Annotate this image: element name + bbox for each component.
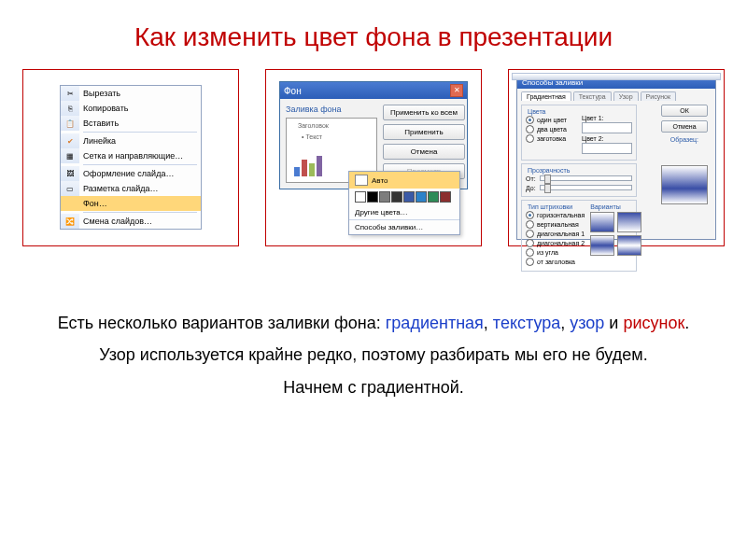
- cancel-button[interactable]: Отмена: [661, 120, 708, 133]
- menu-transition[interactable]: 🔀 Смена слайдов…: [61, 214, 201, 229]
- menu-label: Копировать: [83, 104, 128, 113]
- paragraph-1: Есть несколько вариантов заливки фона: г…: [50, 312, 697, 334]
- tab-texture[interactable]: Текстура: [573, 91, 612, 101]
- blank-icon: [61, 196, 79, 211]
- ok-button[interactable]: ОК: [661, 105, 708, 117]
- color-popup: Авто Другие цвета…: [348, 171, 460, 235]
- menu-label: Смена слайдов…: [83, 217, 152, 226]
- color-auto[interactable]: Авто: [349, 172, 459, 189]
- radio-title[interactable]: от заголовка: [526, 258, 585, 266]
- preview-chart-icon: [294, 156, 322, 176]
- radio-two-colors[interactable]: два цвета: [526, 125, 576, 133]
- thumb-context-menu: ✂ Вырезать ⎘ Копировать 📋 Вставить ✔ Лин…: [22, 69, 239, 246]
- more-colors[interactable]: Другие цвета…: [349, 205, 459, 219]
- color-swatch-row: [349, 189, 459, 205]
- menu-label: Разметка слайда…: [83, 184, 158, 193]
- tab-picture[interactable]: Рисунок: [641, 91, 676, 101]
- menu-paste[interactable]: 📋 Вставить: [61, 116, 201, 131]
- paragraph-3: Начнем с градиентной.: [50, 376, 697, 399]
- menu-grid[interactable]: ▦ Сетка и направляющие…: [61, 148, 201, 163]
- context-menu: ✂ Вырезать ⎘ Копировать 📋 Вставить ✔ Лин…: [60, 85, 202, 230]
- sample-swatch: [661, 165, 708, 204]
- color-swatch[interactable]: [416, 191, 427, 203]
- p1-texture: текстура: [493, 314, 560, 332]
- radio-corner[interactable]: из угла: [526, 248, 585, 257]
- menu-ruler[interactable]: ✔ Линейка: [61, 133, 201, 148]
- thumb-fill-dialog: Способы заливки Градиентная Текстура Узо…: [508, 69, 725, 246]
- group-label: Цвета: [526, 108, 548, 115]
- close-icon[interactable]: ✕: [450, 84, 463, 97]
- radio-one-color[interactable]: один цвет: [526, 116, 576, 124]
- menu-label: Сетка и направляющие…: [83, 151, 183, 161]
- apply-all-button[interactable]: Применить ко всем: [383, 105, 465, 120]
- radio-label: диагональная 1: [537, 231, 585, 237]
- p1-sep: ,: [484, 314, 493, 332]
- radio-label: вертикальная: [537, 221, 579, 228]
- variant-swatch[interactable]: [590, 235, 614, 256]
- color-swatch[interactable]: [355, 191, 366, 203]
- menu-design[interactable]: 🖼 Оформление слайда…: [61, 166, 201, 181]
- variant-swatch[interactable]: [617, 212, 641, 232]
- menu-background[interactable]: Фон…: [61, 196, 201, 211]
- from-slider[interactable]: [540, 175, 632, 181]
- check-icon: ✔: [61, 133, 79, 148]
- menu-label: Вырезать: [83, 89, 120, 98]
- p1-picture: рисунок: [623, 314, 684, 332]
- color1-dropdown[interactable]: [582, 122, 632, 133]
- popup-label: Авто: [372, 176, 388, 185]
- radio-label: из угла: [537, 249, 558, 256]
- preview-title-text: Заголовок: [298, 122, 329, 129]
- fill-methods-dialog: Способы заливки Градиентная Текстура Узо…: [516, 76, 716, 240]
- menu-label: Вставить: [83, 119, 119, 128]
- dialog-titlebar: Фон ✕: [280, 82, 467, 99]
- p1-lead: Есть несколько вариантов заливки фона:: [58, 314, 386, 332]
- color-swatch[interactable]: [440, 191, 451, 203]
- tab-gradient[interactable]: Градиентная: [521, 91, 571, 101]
- radio-vertical[interactable]: вертикальная: [526, 220, 585, 229]
- tab-pattern[interactable]: Узор: [613, 91, 639, 101]
- variant-swatch[interactable]: [590, 212, 614, 232]
- menu-copy[interactable]: ⎘ Копировать: [61, 101, 201, 116]
- sample-label: Образец:: [670, 136, 698, 143]
- group-label: Тип штриховки: [526, 203, 574, 210]
- variant-swatch[interactable]: [617, 235, 641, 256]
- color2-dropdown[interactable]: [582, 143, 632, 154]
- radio-diag1[interactable]: диагональная 1: [526, 230, 585, 238]
- p1-pattern: узор: [570, 314, 604, 332]
- color2-label: Цвет 2:: [582, 135, 632, 142]
- p1-gradient: градиентная: [386, 314, 484, 332]
- group-label: Прозрачность: [526, 167, 571, 174]
- fill-methods[interactable]: Способы заливки…: [349, 219, 459, 234]
- menu-cut[interactable]: ✂ Вырезать: [61, 86, 201, 101]
- separator: [83, 212, 197, 213]
- menu-label: Линейка: [83, 136, 116, 146]
- cancel-button[interactable]: Отмена: [383, 144, 465, 160]
- radio-label: заготовка: [537, 135, 566, 142]
- radio-label: один цвет: [537, 117, 567, 123]
- color-swatch[interactable]: [391, 191, 402, 203]
- auto-swatch-icon: [355, 175, 368, 186]
- colors-group: Цвета один цвет два цвета заготовка Цвет…: [521, 105, 637, 161]
- color-swatch[interactable]: [379, 191, 390, 203]
- color-swatch[interactable]: [428, 191, 439, 203]
- color-swatch[interactable]: [367, 191, 378, 203]
- separator: [83, 164, 197, 165]
- menu-layout[interactable]: ▭ Разметка слайда…: [61, 181, 201, 196]
- radio-preset[interactable]: заготовка: [526, 134, 576, 143]
- variant-grid: [590, 212, 641, 232]
- grid-icon: ▦: [61, 148, 79, 163]
- color-swatch[interactable]: [403, 191, 415, 203]
- radio-label: горизонтальная: [537, 212, 585, 218]
- thumbnail-row: ✂ Вырезать ⎘ Копировать 📋 Вставить ✔ Лин…: [22, 69, 725, 246]
- popup-label: Способы заливки…: [355, 223, 423, 231]
- to-slider[interactable]: [540, 185, 632, 190]
- radio-diag2[interactable]: диагональная 2: [526, 239, 585, 247]
- tab-row: Градиентная Текстура Узор Рисунок: [517, 89, 715, 101]
- radio-label: диагональная 2: [537, 240, 585, 246]
- radio-horizontal[interactable]: горизонтальная: [526, 211, 585, 219]
- variant-grid: [590, 235, 641, 256]
- color1-label: Цвет 1:: [582, 115, 632, 121]
- scissors-icon: ✂: [61, 86, 79, 101]
- to-label: До:: [526, 185, 536, 191]
- apply-button[interactable]: Применить: [383, 124, 465, 140]
